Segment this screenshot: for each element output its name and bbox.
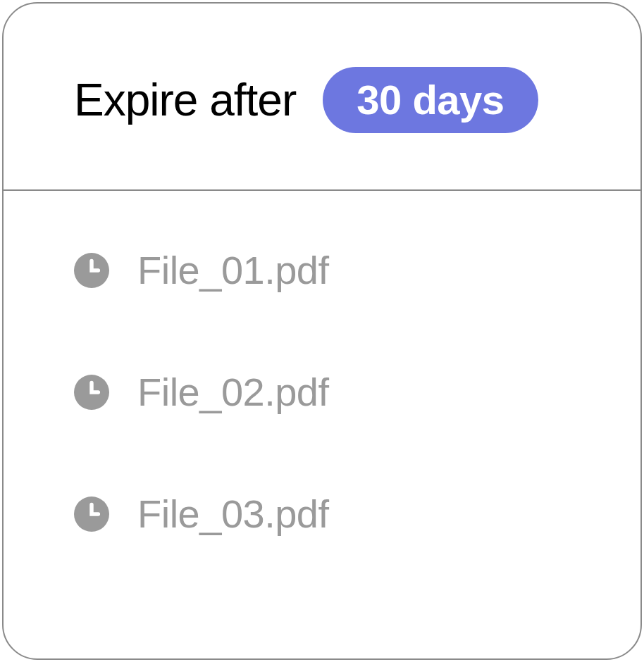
clock-icon <box>74 496 109 532</box>
expire-header: Expire after 30 days <box>4 4 640 191</box>
expire-label: Expire after <box>74 74 296 126</box>
clock-icon <box>74 375 109 410</box>
file-list: File_01.pdf File_02.pdf File_03.pdf <box>4 191 640 565</box>
expire-settings-card: Expire after 30 days File_01.pdf File_02… <box>2 2 642 660</box>
expire-duration-pill[interactable]: 30 days <box>323 67 538 133</box>
file-name-label: File_01.pdf <box>137 247 329 293</box>
file-name-label: File_02.pdf <box>137 369 329 415</box>
file-list-item[interactable]: File_01.pdf <box>74 247 570 293</box>
file-list-item[interactable]: File_03.pdf <box>74 491 570 537</box>
file-list-item[interactable]: File_02.pdf <box>74 369 570 415</box>
file-name-label: File_03.pdf <box>137 491 329 537</box>
clock-icon <box>74 253 109 288</box>
